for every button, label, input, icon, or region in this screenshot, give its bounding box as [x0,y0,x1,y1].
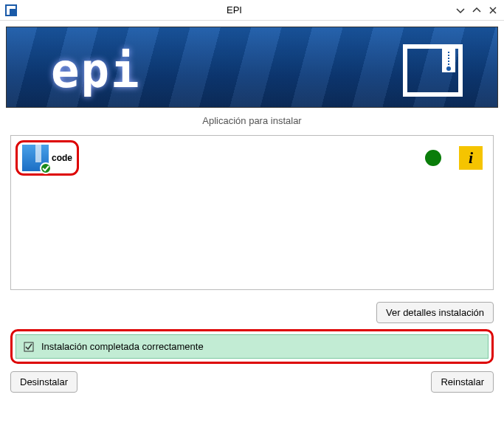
app-icon [4,4,18,17]
reinstall-button[interactable]: Reinstalar [431,371,494,393]
app-name: code [52,153,72,163]
maximize-button[interactable] [470,4,483,17]
status-indicator-icon [425,150,441,166]
epi-logo: epi [51,44,141,98]
banner: epi [6,27,498,108]
bottom-buttons: Desinstalar Reinstalar [0,368,504,400]
svg-rect-1 [10,9,16,15]
app-highlight: code [15,140,79,176]
uninstall-button[interactable]: Desinstalar [10,371,77,393]
app-list: code i [10,135,494,290]
app-row: code i [15,140,489,176]
svg-point-4 [446,66,451,71]
package-icon [22,145,49,171]
close-button[interactable] [486,4,500,17]
svg-rect-5 [24,342,33,351]
status-message: Instalación completada correctamente [41,341,204,352]
details-row: Ver detalles instalación [0,299,504,325]
titlebar: EPI [0,0,504,21]
view-details-button[interactable]: Ver detalles instalación [376,302,494,323]
minimize-button[interactable] [454,4,467,17]
package-logo-icon [401,41,468,100]
status-banner-highlight: Instalación completada correctamente [10,329,494,364]
window-title: EPI [18,4,451,15]
checkbox-checked-icon [24,342,34,352]
installed-check-icon [40,162,52,174]
info-button[interactable]: i [459,146,483,170]
status-banner: Instalación completada correctamente [15,334,489,359]
subtitle: Aplicación para instalar [0,115,504,126]
